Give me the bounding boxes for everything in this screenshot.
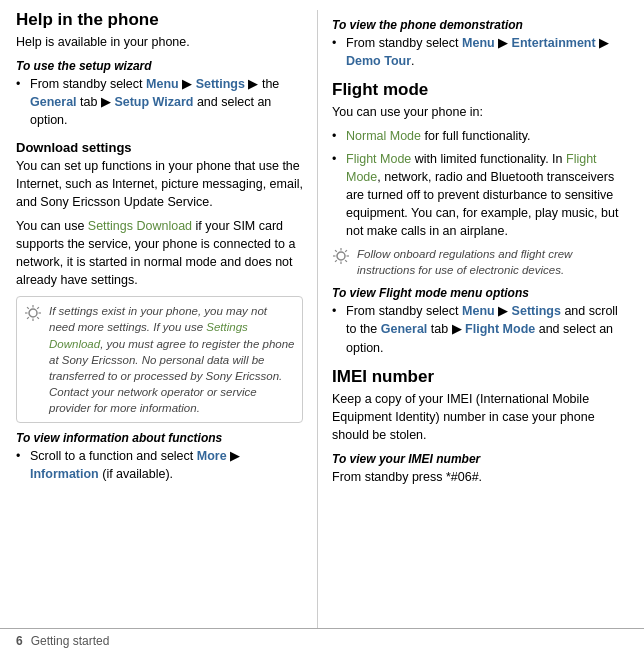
imei-view-text: From standby press *#06#. (332, 468, 630, 486)
setup-wizard-link: Setup Wizard (114, 95, 193, 109)
svg-line-16 (345, 250, 347, 252)
menu-link-1: Menu (146, 77, 179, 91)
footer: 6 Getting started (0, 628, 644, 653)
bullet-dot-4: • (332, 127, 344, 145)
flight-mode-title: Flight mode (332, 80, 630, 100)
entertainment-link: Entertainment (512, 36, 596, 50)
svg-line-6 (37, 318, 39, 320)
menu-link-flight: Menu (462, 304, 495, 318)
flight-note-icon (332, 247, 352, 265)
bullet-dot-5: • (332, 150, 344, 168)
svg-line-8 (27, 318, 29, 320)
left-intro: Help is available in your phone. (16, 33, 303, 51)
svg-line-15 (345, 260, 347, 262)
flight-menu-options-text: From standby select Menu ▶ Settings and … (346, 302, 630, 356)
menu-link-right: Menu (462, 36, 495, 50)
bullet-dot-6: • (332, 302, 344, 320)
normal-mode-bullet: • Normal Mode for full functionality. (332, 127, 630, 145)
svg-line-7 (37, 307, 39, 309)
general-link-1: General (30, 95, 77, 109)
flight-mode-menu-link: Flight Mode (465, 322, 535, 336)
download-settings-para1: You can set up functions in your phone t… (16, 157, 303, 211)
view-functions-heading: To view information about functions (16, 431, 303, 445)
imei-section: IMEI number Keep a copy of your IMEI (In… (332, 367, 630, 487)
information-link: Information (30, 467, 99, 481)
flight-mode-bullet: • Flight Mode with limited functionality… (332, 150, 630, 241)
page-number: 6 (16, 634, 23, 648)
download-settings-heading: Download settings (16, 140, 303, 155)
settings-link-flight: Settings (512, 304, 561, 318)
view-functions-text: Scroll to a function and select More ▶ I… (30, 447, 303, 483)
flight-note-text: Follow onboard regulations and flight cr… (357, 246, 630, 278)
demo-tour-text: From standby select Menu ▶ Entertainment… (346, 34, 630, 70)
left-column: Help in the phone Help is available in y… (0, 10, 318, 628)
demo-tour-link: Demo Tour (346, 54, 411, 68)
note-box: If settings exist in your phone, you may… (16, 296, 303, 423)
imei-title: IMEI number (332, 367, 630, 387)
section-label: Getting started (31, 634, 110, 648)
bullet-dot: • (16, 75, 28, 93)
page: Help in the phone Help is available in y… (0, 0, 644, 653)
view-functions-bullet: • Scroll to a function and select More ▶… (16, 447, 303, 483)
flight-mode-section: Flight mode You can use your phone in: •… (332, 80, 630, 356)
normal-mode-link: Normal Mode (346, 129, 421, 143)
normal-mode-text: Normal Mode for full functionality. (346, 127, 531, 145)
flight-mode-text: Flight Mode with limited functionality. … (346, 150, 630, 241)
flight-mode-intro: You can use your phone in: (332, 103, 630, 121)
note-icon (24, 304, 44, 322)
flight-menu-options-heading: To view Flight mode menu options (332, 286, 630, 300)
imei-view-heading: To view your IMEI number (332, 452, 630, 466)
demo-tour-bullet: • From standby select Menu ▶ Entertainme… (332, 34, 630, 70)
right-column: To view the phone demonstration • From s… (318, 10, 644, 628)
main-columns: Help in the phone Help is available in y… (0, 0, 644, 628)
setup-wizard-bullet: • From standby select Menu ▶ Settings ▶ … (16, 75, 303, 129)
general-link-flight: General (381, 322, 428, 336)
more-link: More (197, 449, 227, 463)
setup-wizard-heading: To use the setup wizard (16, 59, 303, 73)
setup-wizard-text: From standby select Menu ▶ Settings ▶ th… (30, 75, 303, 129)
flight-mode-link: Flight Mode (346, 152, 411, 166)
svg-line-14 (335, 250, 337, 252)
svg-point-0 (29, 309, 37, 317)
imei-para: Keep a copy of your IMEI (International … (332, 390, 630, 444)
svg-line-17 (335, 260, 337, 262)
svg-line-5 (27, 307, 29, 309)
left-title: Help in the phone (16, 10, 303, 30)
note-text: If settings exist in your phone, you may… (49, 303, 295, 416)
demo-tour-heading: To view the phone demonstration (332, 18, 630, 32)
bullet-dot-3: • (332, 34, 344, 52)
bullet-dot-2: • (16, 447, 28, 465)
download-settings-para2: You can use Settings Download if your SI… (16, 217, 303, 290)
settings-download-link: Settings Download (88, 219, 192, 233)
flight-menu-options-bullet: • From standby select Menu ▶ Settings an… (332, 302, 630, 356)
svg-point-9 (337, 252, 345, 260)
settings-link-1: Settings (196, 77, 245, 91)
flight-note-box: Follow onboard regulations and flight cr… (332, 246, 630, 278)
